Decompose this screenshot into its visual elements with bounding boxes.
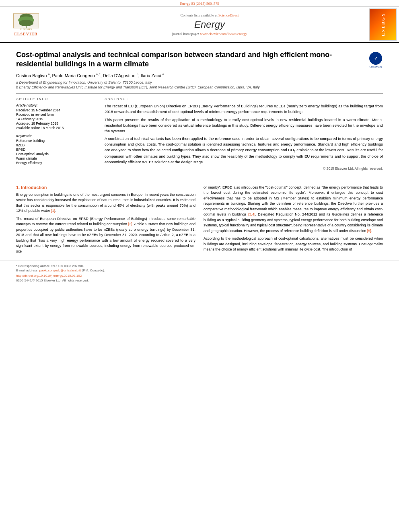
svg-text:ELSEVIER: ELSEVIER <box>20 28 33 31</box>
abstract-para-2: This paper presents the results of the a… <box>105 117 383 134</box>
email-person: (P.M. Congedo). <box>82 269 105 272</box>
intro-para-1: Energy consumption in buildings is one o… <box>16 192 195 214</box>
energy-cover-thumb: ENERGY <box>369 8 397 41</box>
sciencedirect-link[interactable]: ScienceDirect <box>218 13 239 17</box>
keyword-2: EPBD <box>16 148 97 152</box>
keyword-1: nZEB <box>16 143 97 147</box>
header-divider <box>16 93 383 94</box>
keywords-block: Keywords: Reference building nZEB EPBD C… <box>16 134 97 165</box>
issn-line: 0360-5442/© 2015 Elsevier Ltd. All right… <box>16 279 383 282</box>
elsevier-name: ELSEVIER <box>14 32 38 36</box>
article-title-section: Cost-optimal analysis and technical comp… <box>16 50 383 69</box>
elsevier-logo: ELSEVIER ELSEVIER <box>10 13 42 36</box>
body-columns: 1. Introduction Energy consumption in bu… <box>16 185 383 257</box>
sciencedirect-line: Contents lists available at ScienceDirec… <box>181 13 239 17</box>
received-date: Received 15 November 2014 <box>16 108 97 112</box>
received-revised-label: Received in revised form <box>16 113 97 117</box>
elsevier-tree-icon: ELSEVIER <box>10 13 42 31</box>
intro-section-number: 1. <box>16 185 20 190</box>
email-line: E-mail address: paolo.congedo@unisalento… <box>16 269 383 272</box>
journal-header: ELSEVIER ELSEVIER Contents lists availab… <box>0 7 399 43</box>
intro-para-2: The recast of European Directive on EPBD… <box>16 216 195 255</box>
abstract-para-3: A combination of technical variants has … <box>105 136 383 171</box>
author-zaca: Ilaria Zacà a <box>141 73 164 78</box>
copyright-text: © 2015 Elsevier Ltd. All rights reserved… <box>105 166 383 171</box>
keyword-0: Reference building <box>16 139 97 143</box>
crossmark-area: ✓ CrossMark <box>368 52 383 68</box>
intro-para-3: or nearby". EPBD also introduces the "co… <box>204 185 383 234</box>
author-dagostino: Delia D'Agostino b, <box>103 73 140 78</box>
authors-line: Cristina Baglivo a, Paolo Maria Congedo … <box>16 73 383 78</box>
citation-text: Energy 83 (2015) 560–575 <box>180 2 219 6</box>
doi-link[interactable]: http://dx.doi.org/10.1016/j.energy.2015.… <box>16 274 82 277</box>
body-section: 1. Introduction Energy consumption in bu… <box>0 185 399 257</box>
page-footer: * Corresponding author. Tel.: +39 0832 2… <box>0 261 399 285</box>
history-label: Article history: <box>16 103 97 107</box>
keywords-label: Keywords: <box>16 134 97 138</box>
abstract-para-1: The recast of EU (European Union) Direct… <box>105 103 383 115</box>
crossmark-icon: ✓ <box>369 52 382 65</box>
accepted-date: Accepted 18 February 2015 <box>16 121 97 125</box>
keyword-4: Warm climate <box>16 156 97 160</box>
article-title: Cost-optimal analysis and technical comp… <box>16 50 364 69</box>
affiliations: a Department of Engineering for Innovati… <box>16 80 383 89</box>
author-congedo: Paolo Maria Congedo a, *, <box>52 73 102 78</box>
abstract-block: The recast of EU (European Union) Direct… <box>105 103 383 171</box>
keyword-5: Energy efficiency <box>16 161 97 165</box>
journal-homepage: journal homepage: www.elsevier.com/locat… <box>172 32 247 36</box>
email-label: E-mail address: <box>16 269 39 272</box>
info-abstract-columns: ARTICLE INFO Article history: Received 1… <box>16 97 383 173</box>
homepage-prefix: journal homepage: <box>172 32 199 36</box>
body-left-col: 1. Introduction Energy consumption in bu… <box>16 185 195 257</box>
journal-center: Contents lists available at ScienceDirec… <box>52 7 367 42</box>
email-link[interactable]: paolo.congedo@unisalento.it <box>39 269 81 272</box>
intro-para-4: According to the methodological approach… <box>204 236 383 253</box>
crossmark-label: CrossMark <box>369 65 382 68</box>
svg-point-4 <box>19 20 33 26</box>
journal-thumbnail: ENERGY <box>367 7 399 42</box>
available-date: Available online 18 March 2015 <box>16 126 97 130</box>
elsevier-logo-area: ELSEVIER ELSEVIER <box>0 7 52 42</box>
article-main: Cost-optimal analysis and technical comp… <box>0 43 399 178</box>
abstract-header: ABSTRACT <box>105 97 383 101</box>
journal-name: Energy <box>194 19 225 30</box>
author-baglivo: Cristina Baglivo a, <box>16 73 51 78</box>
corresponding-author-note: * Corresponding author. Tel.: +39 0832 2… <box>16 264 383 268</box>
body-right-col: or nearby". EPBD also introduces the "co… <box>204 185 383 257</box>
doi-line: http://dx.doi.org/10.1016/j.energy.2015.… <box>16 273 383 277</box>
keyword-3: Cost-optimal analysis <box>16 152 97 156</box>
article-info-column: ARTICLE INFO Article history: Received 1… <box>16 97 97 173</box>
intro-section-label: Introduction <box>21 185 47 190</box>
citation-bar: Energy 83 (2015) 560–575 <box>0 0 399 7</box>
sciencedirect-prefix: Contents lists available at <box>181 13 218 17</box>
received-revised-date: 14 February 2015 <box>16 117 97 121</box>
abstract-column: ABSTRACT The recast of EU (European Unio… <box>105 97 383 173</box>
affiliation-b: b Energy Efficiency and Renewables Unit,… <box>16 85 383 89</box>
intro-section-title: 1. Introduction <box>16 185 195 190</box>
article-history: Article history: Received 15 November 20… <box>16 103 97 130</box>
homepage-link[interactable]: www.elsevier.com/locate/energy <box>200 32 247 36</box>
affiliation-a: a Department of Engineering for Innovati… <box>16 80 383 84</box>
article-info-header: ARTICLE INFO <box>16 97 97 101</box>
